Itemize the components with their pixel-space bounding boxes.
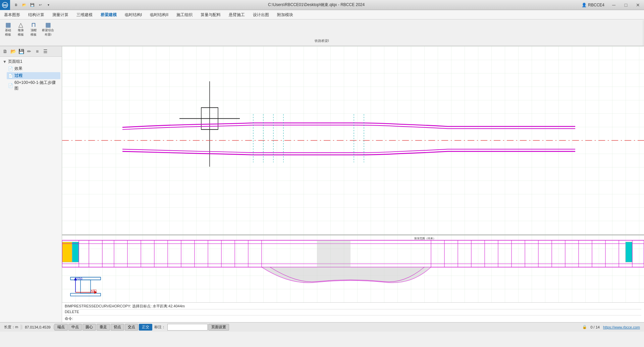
sidebar-tree: ▼ 页面组1 📄 效果 📄 过程 📄 60+100+60-1-施工步骤图 — [0, 57, 62, 93]
coordinates-display: 87.0134,0.4539 — [22, 325, 53, 329]
sidebar-new[interactable]: 🗎 — [1, 48, 9, 55]
snap-tangent-label: 切点 — [114, 325, 121, 330]
tool-foundation[interactable]: ▦基础模板 — [2, 21, 14, 38]
username: RBCCE4 — [588, 3, 604, 7]
maximize-button[interactable]: □ — [620, 0, 632, 10]
cap-icon: ⊓ — [31, 22, 36, 28]
snap-intersection-label: 交点 — [128, 325, 135, 330]
svg-text:装张范围（待来）: 装张范围（待来） — [414, 237, 436, 240]
menu-calc-distribution[interactable]: 算量与配料 — [197, 10, 225, 19]
menu-addon[interactable]: 附加模块 — [273, 10, 297, 19]
window-controls: ─ □ ✕ — [608, 0, 644, 10]
menu-temp-struct2[interactable]: 临时结构II — [146, 10, 172, 19]
svg-text:RB: RB — [3, 4, 7, 7]
tool-pier-body[interactable]: △墩身模板 — [15, 21, 27, 38]
annotation-input[interactable] — [167, 324, 208, 331]
snap-foot-label: 垂足 — [100, 325, 107, 330]
snap-midpoint[interactable]: 中点 — [68, 324, 82, 331]
tree-item-step-diagram[interactable]: 📄 60+100+60-1-施工步骤图 — [7, 79, 60, 92]
snap-midpoint-label: 中点 — [71, 325, 79, 330]
tree-pages-label: 页面组1 — [8, 59, 22, 64]
ortho-button[interactable]: 正交 — [139, 324, 152, 331]
tree-process-label: 过程 — [14, 73, 22, 79]
foundation-icon: ▦ — [5, 22, 11, 28]
svg-rect-14 — [72, 242, 79, 262]
menu-temp-struct1[interactable]: 临时结构I — [121, 10, 146, 19]
page-icon-process: 📄 — [8, 73, 13, 78]
sidebar-toolbar: 🗎 📂 💾 ✏ ≡ ☰ — [0, 46, 62, 57]
page-icon-effect: 📄 — [8, 66, 13, 71]
canvas-area[interactable]: 装张范围（待来） — [62, 46, 644, 322]
window-title: C:\Users\RBCCE01\Desktop\钢束.qlqx - RBCCE… — [54, 2, 578, 8]
snap-endpoint[interactable]: 端点 — [54, 324, 68, 331]
undo-button[interactable]: ↩ — [37, 2, 44, 8]
snap-center-label: 圆心 — [86, 325, 93, 330]
group-label-railway-1: 铁路桥梁I — [2, 38, 642, 43]
command-output-2: DELETE — [65, 309, 641, 315]
pier-icon: △ — [18, 22, 23, 28]
tool-cap[interactable]: ⊓顶帽模板 — [28, 21, 40, 38]
command-area: BIMPRESTRESSEDCURVEHORCOPY: 选择目标点: 水平距离:… — [62, 302, 644, 322]
menu-cantilever[interactable]: 悬臂施工 — [225, 10, 249, 19]
app-logo: RB — [0, 0, 10, 10]
command-output-1: BIMPRESTRESSEDCURVEHORCOPY: 选择目标点: 水平距离:… — [65, 303, 641, 309]
tree-group-pages[interactable]: ▼ 页面组1 — [1, 58, 60, 65]
menu-construction-org[interactable]: 施工组织 — [172, 10, 197, 19]
website-link[interactable]: https://www.rbcce.com — [603, 325, 643, 329]
save-button[interactable]: 💾 — [29, 2, 36, 8]
menubar: 基本图形 结构计算 测量计算 三维建模 桥梁建模 临时结构I 临时结构II 施工… — [0, 10, 644, 19]
sidebar-save[interactable]: 💾 — [17, 48, 25, 55]
snap-intersection[interactable]: 交点 — [125, 324, 138, 331]
tree-item-effect[interactable]: 📄 效果 — [7, 65, 60, 72]
sidebar-open[interactable]: 📂 — [9, 48, 17, 55]
minimize-button[interactable]: ─ — [608, 0, 620, 10]
coord-axes: Y(N) X(E) — [72, 276, 99, 296]
annotation-label: 标注： — [153, 325, 167, 330]
main-content: 🗎 📂 💾 ✏ ≡ ☰ ▼ 页面组1 📄 效果 📄 过程 — [0, 46, 644, 322]
sidebar-edit[interactable]: ✏ — [25, 48, 33, 55]
canvas-top[interactable] — [62, 46, 644, 235]
expand-icon: ▼ — [3, 59, 7, 64]
menu-structural-calc[interactable]: 结构计算 — [24, 10, 48, 19]
dropdown-button[interactable]: ▾ — [45, 2, 52, 8]
open-button[interactable]: 📂 — [21, 2, 28, 8]
svg-text:X(E): X(E) — [91, 289, 97, 292]
sidebar-list2[interactable]: ☰ — [42, 48, 49, 55]
menu-basic-shapes[interactable]: 基本图形 — [0, 10, 24, 19]
sidebar: 🗎 📂 💾 ✏ ≡ ☰ ▼ 页面组1 📄 效果 📄 过程 — [0, 46, 62, 322]
command-prompt-area[interactable]: 命令: — [65, 315, 641, 321]
tool-bridge-integrated[interactable]: ▦桥梁综合布置I — [40, 21, 56, 38]
menu-measurement-calc[interactable]: 测量计算 — [48, 10, 72, 19]
new-button[interactable]: 🗎 — [13, 2, 19, 8]
plan-drawing: 装张范围（待来） — [62, 235, 644, 302]
tree-indent-1: 📄 效果 📄 过程 📄 60+100+60-1-施工步骤图 — [1, 65, 60, 92]
page-icon-step: 📄 — [8, 83, 13, 88]
snap-center[interactable]: 圆心 — [83, 324, 96, 331]
menu-bridge-modeling[interactable]: 桥梁建模 — [97, 10, 121, 19]
version-icon: 🔒 — [582, 325, 587, 329]
sidebar-list1[interactable]: ≡ — [34, 48, 41, 55]
menu-3d-modeling[interactable]: 三维建模 — [72, 10, 97, 19]
user-icon: 👤 — [582, 3, 587, 7]
ortho-label: 正交 — [142, 325, 149, 330]
snap-endpoint-label: 端点 — [57, 325, 65, 330]
svg-rect-33 — [626, 242, 632, 262]
axes-svg: Y(N) X(E) — [72, 276, 99, 296]
page-info: 0 / 14 — [588, 325, 602, 329]
command-prompt-label: 命令: — [65, 316, 73, 321]
bridge-integrated-icon: ▦ — [45, 22, 51, 28]
tree-step-label: 60+100+60-1-施工步骤图 — [14, 80, 59, 91]
snap-tangent[interactable]: 切点 — [111, 324, 124, 331]
close-button[interactable]: ✕ — [632, 0, 644, 10]
svg-rect-15 — [62, 240, 644, 267]
command-input-field[interactable] — [74, 316, 641, 320]
tree-item-process[interactable]: 📄 过程 — [7, 72, 60, 79]
snap-foot[interactable]: 垂足 — [97, 324, 110, 331]
length-unit: 长度：m — [1, 325, 21, 330]
page-settings-label: 页面设置 — [211, 325, 226, 330]
status-bar: 长度：m 87.0134,0.4539 端点 中点 圆心 垂足 切点 交点 正交… — [0, 322, 644, 332]
page-settings-button[interactable]: 页面设置 — [208, 324, 229, 331]
canvas-bottom[interactable]: 装张范围（待来） — [62, 235, 644, 302]
toolbar: ▦基础模板 △墩身模板 ⊓顶帽模板 ▦桥梁综合布置I 铁路桥梁I ⊓梁体模板 ⊡… — [0, 19, 644, 46]
menu-design-output[interactable]: 设计出图 — [249, 10, 273, 19]
